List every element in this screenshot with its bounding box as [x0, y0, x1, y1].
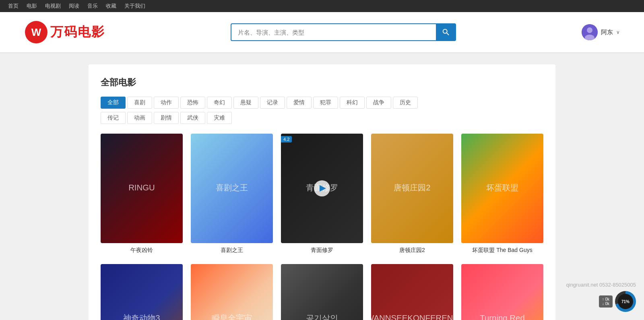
filter-btn-恐怖[interactable]: 恐怖	[180, 97, 205, 109]
filter-btn-武侠[interactable]: 武侠	[180, 112, 205, 124]
movie-title-4: 唐顿庄园2	[371, 246, 453, 254]
filter-btn-喜剧[interactable]: 喜剧	[127, 97, 152, 109]
movie-grid: RINGU午夜凶铃喜剧之王喜剧之王青面修罗4.2青面修罗唐顿庄园2唐顿庄园2坏蛋…	[101, 134, 543, 320]
main-content: 全部电影 全部喜剧动作恐怖奇幻悬疑记录爱情犯罪科幻战争历史 传记动画剧情武侠灾难…	[89, 64, 555, 320]
svg-text:瞬息全宇宙: 瞬息全宇宙	[212, 314, 252, 320]
nav-music[interactable]: 音乐	[87, 2, 98, 10]
page-title: 全部电影	[101, 76, 543, 89]
svg-text:Turning Red: Turning Red	[480, 314, 524, 320]
filter-btn-剧情[interactable]: 剧情	[154, 112, 179, 124]
movie-poster-7: 瞬息全宇宙	[191, 264, 273, 320]
movie-card-6[interactable]: 神奇动物3神奇动物：邓布利多之谜	[101, 264, 183, 320]
download-speed: ↓ 0k	[602, 301, 609, 306]
svg-text:唐顿庄园2: 唐顿庄园2	[394, 183, 430, 192]
nav-about[interactable]: 关于我们	[124, 2, 145, 10]
movie-title-5: 坏蛋联盟 The Bad Guys	[461, 246, 543, 254]
search-button[interactable]	[436, 23, 456, 41]
movie-title-3: 青面修罗	[281, 246, 363, 254]
movie-card-3[interactable]: 青面修罗4.2青面修罗	[281, 134, 363, 254]
movie-poster-1: RINGU	[101, 134, 183, 243]
movie-poster-2: 喜剧之王	[191, 134, 273, 243]
user-dropdown-arrow: ∨	[616, 29, 620, 35]
nav-favorites[interactable]: 收藏	[106, 2, 116, 10]
svg-text:WANNSEEKONFERENZ: WANNSEEKONFERENZ	[371, 314, 453, 320]
movie-poster-8: 공기살인	[281, 264, 363, 320]
filter-btn-记录[interactable]: 记录	[260, 97, 285, 109]
filter-btn-动作[interactable]: 动作	[154, 97, 179, 109]
movie-card-10[interactable]: Turning Red青春变形记 Turning Red	[461, 264, 543, 320]
svg-text:W: W	[31, 26, 41, 38]
movie-card-5[interactable]: 坏蛋联盟坏蛋联盟 The Bad Guys	[461, 134, 543, 254]
movie-poster-3: 青面修罗4.2	[281, 134, 363, 243]
search-area	[231, 23, 456, 41]
nav-movies[interactable]: 电影	[27, 2, 37, 10]
play-icon-3[interactable]	[314, 180, 330, 196]
svg-text:神奇动物3: 神奇动物3	[123, 314, 160, 320]
logo-text: 万码电影	[50, 23, 105, 41]
filter-btn-奇幻[interactable]: 奇幻	[207, 97, 232, 109]
movie-title-2: 喜剧之王	[191, 246, 273, 254]
movie-card-2[interactable]: 喜剧之王喜剧之王	[191, 134, 273, 254]
nav-tv[interactable]: 电视剧	[45, 2, 61, 10]
search-icon	[442, 28, 450, 37]
filter-btn-悬疑[interactable]: 悬疑	[233, 97, 258, 109]
search-input[interactable]	[231, 23, 436, 41]
logo[interactable]: W 万码电影	[24, 20, 105, 44]
progress-circle: 71%	[615, 291, 636, 312]
user-menu[interactable]: 阿东 ∨	[582, 24, 620, 40]
svg-text:RINGU: RINGU	[128, 183, 155, 192]
filter-btn-历史[interactable]: 历史	[393, 97, 418, 109]
filter-row-1: 全部喜剧动作恐怖奇幻悬疑记录爱情犯罪科幻战争历史	[101, 97, 543, 109]
svg-point-3	[587, 27, 592, 33]
nav-home[interactable]: 首页	[8, 2, 19, 10]
nav-reading[interactable]: 阅读	[69, 2, 79, 10]
movie-card-4[interactable]: 唐顿庄园2唐顿庄园2	[371, 134, 453, 254]
filter-btn-战争[interactable]: 战争	[366, 97, 391, 109]
user-name: 阿东	[601, 29, 613, 36]
movie-poster-6: 神奇动物3	[101, 264, 183, 320]
filter-btn-科幻[interactable]: 科幻	[340, 97, 365, 109]
svg-text:喜剧之王: 喜剧之王	[216, 183, 248, 192]
progress-value: 71%	[618, 294, 633, 309]
logo-icon: W	[24, 20, 48, 44]
filter-btn-传记[interactable]: 传记	[101, 112, 126, 124]
svg-text:공기살인: 공기살인	[306, 314, 338, 320]
watermark: qingruanit.net 0532-85025005	[566, 282, 636, 288]
upload-speed: ↑ 0k	[602, 297, 609, 301]
movie-card-7[interactable]: 瞬息全宇宙瞬息全宇宙	[191, 264, 273, 320]
filter-btn-全部[interactable]: 全部	[101, 97, 126, 109]
movie-badge-3: 4.2	[281, 136, 292, 142]
filter-btn-灾难[interactable]: 灾难	[207, 112, 232, 124]
movie-card-1[interactable]: RINGU午夜凶铃	[101, 134, 183, 254]
svg-text:坏蛋联盟: 坏蛋联盟	[486, 183, 518, 192]
movie-card-9[interactable]: WANNSEEKONFERENZ万湖会议 Die Wannseekonferen…	[371, 264, 453, 320]
movie-poster-5: 坏蛋联盟	[461, 134, 543, 243]
movie-poster-9: WANNSEEKONFERENZ	[371, 264, 453, 320]
top-navigation: 首页 电影 电视剧 阅读 音乐 收藏 关于我们	[0, 0, 644, 12]
speed-widget: ↑ 0k ↓ 0k	[599, 295, 613, 308]
site-header: W 万码电影 阿东 ∨	[0, 12, 644, 52]
filter-row-2: 传记动画剧情武侠灾难	[101, 112, 543, 124]
movie-card-8[interactable]: 공기살인空气杀人 공기살인	[281, 264, 363, 320]
movie-title-1: 午夜凶铃	[101, 246, 183, 254]
filter-btn-爱情[interactable]: 爱情	[287, 97, 312, 109]
bottom-widget: ↑ 0k ↓ 0k 71%	[599, 291, 636, 312]
movie-poster-10: Turning Red	[461, 264, 543, 320]
avatar	[582, 24, 598, 40]
filter-btn-动画[interactable]: 动画	[127, 112, 152, 124]
movie-poster-4: 唐顿庄园2	[371, 134, 453, 243]
filter-btn-犯罪[interactable]: 犯罪	[313, 97, 338, 109]
